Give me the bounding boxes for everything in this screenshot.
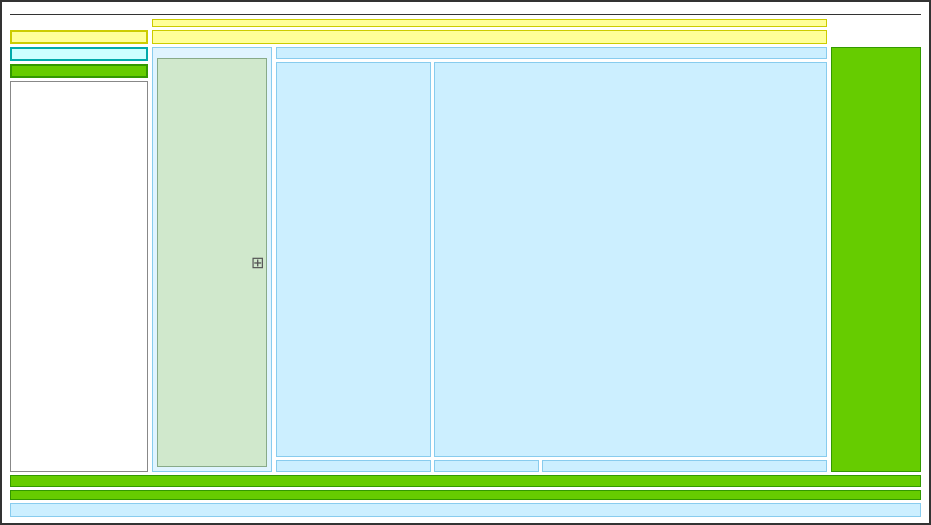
web-platform-bar — [10, 503, 921, 517]
rules-box — [10, 81, 148, 472]
proof-bar — [152, 30, 827, 44]
technology-label — [10, 64, 148, 78]
distributed-box — [542, 460, 827, 472]
table-icon: ⊞ — [251, 253, 264, 272]
sws-inner-box: ⊞ — [157, 58, 267, 467]
shaping-box — [434, 460, 539, 472]
syntaxes-bar — [10, 490, 921, 500]
sws-outer-box: ⊞ — [152, 47, 272, 472]
business-label — [10, 30, 148, 44]
querying-sparql-box — [276, 460, 431, 472]
querying-dl-box — [276, 62, 431, 457]
application-label — [10, 47, 148, 61]
unifying-logic-box — [276, 47, 827, 59]
schemas-bar — [10, 475, 921, 487]
page-title — [10, 8, 921, 15]
taxonomy-box — [434, 62, 827, 457]
trust-bar — [152, 19, 827, 27]
crypto-column — [831, 47, 921, 472]
